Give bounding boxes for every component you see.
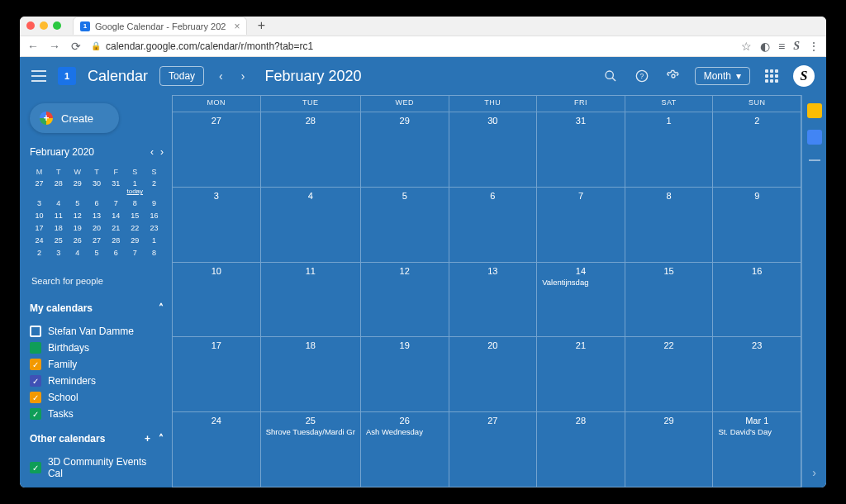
collapse-icon[interactable]: ˄ <box>159 433 164 445</box>
mini-day-cell[interactable]: 6 <box>87 198 106 208</box>
day-cell[interactable]: 7 <box>537 188 625 263</box>
mini-day-cell[interactable]: 27 <box>87 235 106 245</box>
help-icon[interactable]: ? <box>632 66 652 86</box>
view-selector[interactable]: Month ▾ <box>695 67 750 85</box>
calendar-item[interactable]: Birthdays <box>30 342 164 354</box>
mini-day-cell[interactable]: 25 <box>49 235 68 245</box>
calendar-checkbox[interactable]: ✓ <box>30 359 41 370</box>
new-tab-button[interactable]: + <box>252 17 270 35</box>
search-icon[interactable] <box>601 66 620 86</box>
extension-icon-2[interactable]: ≡ <box>778 40 785 53</box>
day-cell[interactable]: 12 <box>361 263 449 338</box>
close-tab-icon[interactable]: × <box>234 21 240 32</box>
keep-icon[interactable] <box>807 103 822 118</box>
mini-day-cell[interactable]: 17 <box>30 223 49 233</box>
mini-day-cell[interactable]: 5 <box>87 248 106 258</box>
mini-day-cell[interactable]: 6 <box>107 248 126 258</box>
mini-day-cell[interactable]: 23 <box>145 223 164 233</box>
mini-day-cell[interactable]: 31 <box>107 178 126 196</box>
mini-prev-icon[interactable]: ‹ <box>150 146 154 158</box>
minimize-window-dot[interactable] <box>40 21 48 30</box>
browser-tab[interactable]: 1 Google Calendar - February 202 × <box>73 17 247 35</box>
mini-day-cell[interactable]: 29 <box>68 178 87 196</box>
address-bar[interactable]: 🔒 calendar.google.com/calendar/r/month?t… <box>91 40 733 52</box>
main-menu-icon[interactable] <box>31 70 46 82</box>
mini-day-cell[interactable]: 5 <box>68 198 87 208</box>
mini-day-cell[interactable]: 8 <box>145 248 164 258</box>
mini-day-cell[interactable]: 1 <box>145 235 164 245</box>
mini-day-cell[interactable]: 7 <box>107 198 126 208</box>
calendar-item[interactable]: ✓3D Community Events Cal <box>30 456 164 479</box>
prev-period-button[interactable]: ‹ <box>216 68 226 84</box>
mini-day-cell[interactable]: 21 <box>107 223 126 233</box>
mini-day-cell[interactable]: 15 <box>126 211 145 221</box>
extension-icon-s[interactable]: S <box>793 40 800 53</box>
forward-button[interactable]: → <box>48 40 61 53</box>
mini-day-cell[interactable]: 10 <box>30 211 49 221</box>
day-cell[interactable]: 17 <box>173 337 261 412</box>
calendar-checkbox[interactable] <box>30 342 41 354</box>
day-cell[interactable]: 2 <box>713 112 801 188</box>
mini-day-cell[interactable]: 2 <box>145 178 164 196</box>
day-cell[interactable]: 14Valentijnsdag <box>537 263 625 338</box>
mini-day-cell[interactable]: 3 <box>49 248 68 258</box>
day-cell[interactable]: 25Shrove Tuesday/Mardi Gr <box>261 412 361 487</box>
day-cell[interactable]: 31 <box>537 112 625 188</box>
mini-day-cell[interactable]: 18 <box>49 223 68 233</box>
day-cell[interactable]: 11 <box>261 263 361 338</box>
mini-day-cell[interactable]: 4 <box>49 198 68 208</box>
day-cell[interactable]: 29 <box>361 112 449 188</box>
day-cell[interactable]: 13 <box>449 263 538 338</box>
window-controls[interactable] <box>26 21 61 30</box>
day-cell[interactable]: 19 <box>361 337 449 412</box>
event-chip[interactable]: Shrove Tuesday/Mardi Gr <box>266 427 355 436</box>
mini-day-cell[interactable]: 30 <box>87 178 106 196</box>
day-cell[interactable]: 3 <box>173 188 261 263</box>
day-cell[interactable]: 21 <box>537 337 625 412</box>
day-cell[interactable]: 28 <box>537 412 625 487</box>
event-chip[interactable]: Ash Wednesday <box>366 427 444 436</box>
mini-day-cell[interactable]: 4 <box>68 248 87 258</box>
mini-day-cell[interactable]: 29 <box>126 235 145 245</box>
bookmark-star-icon[interactable]: ☆ <box>741 40 752 53</box>
day-cell[interactable]: 22 <box>625 337 714 412</box>
day-cell[interactable]: 28 <box>261 112 361 188</box>
day-cell[interactable]: 30 <box>449 112 538 188</box>
day-cell[interactable]: 15 <box>625 263 714 338</box>
day-cell[interactable]: 20 <box>449 337 538 412</box>
google-apps-icon[interactable] <box>762 66 782 86</box>
calendar-item[interactable]: Stefan Van Damme <box>30 326 164 337</box>
mini-day-cell[interactable]: 11 <box>49 211 68 221</box>
mini-day-cell[interactable]: 1today <box>126 178 145 196</box>
mini-day-cell[interactable]: 20 <box>87 223 106 233</box>
day-cell[interactable]: Mar 1St. David's Day <box>713 412 801 487</box>
mini-day-cell[interactable]: 13 <box>87 211 106 221</box>
mini-day-cell[interactable]: 12 <box>68 211 87 221</box>
calendar-item[interactable]: ✓Tasks <box>30 408 164 420</box>
calendar-checkbox[interactable]: ✓ <box>30 462 41 473</box>
day-cell[interactable]: 10 <box>173 263 261 338</box>
settings-gear-icon[interactable] <box>663 66 683 86</box>
calendar-item[interactable]: ✓Family <box>30 359 164 370</box>
day-cell[interactable]: 8 <box>625 188 714 263</box>
mini-day-cell[interactable]: 14 <box>107 211 126 221</box>
next-period-button[interactable]: › <box>238 68 249 84</box>
show-side-panel-icon[interactable]: › <box>812 466 816 479</box>
mini-day-cell[interactable]: 7 <box>126 248 145 258</box>
collapse-icon[interactable]: ˄ <box>159 302 164 314</box>
zoom-window-dot[interactable] <box>53 21 61 30</box>
today-button[interactable]: Today <box>159 66 204 86</box>
day-cell[interactable]: 26Ash Wednesday <box>361 412 449 487</box>
mini-day-cell[interactable]: 26 <box>68 235 87 245</box>
mini-day-cell[interactable]: 24 <box>30 235 49 245</box>
day-cell[interactable]: 5 <box>361 188 449 263</box>
calendar-item[interactable]: ✓School <box>30 392 164 403</box>
mini-day-cell[interactable]: 19 <box>68 223 87 233</box>
mini-day-cell[interactable]: 9 <box>145 198 164 208</box>
calendar-checkbox[interactable]: ✓ <box>30 408 41 420</box>
mini-next-icon[interactable]: › <box>160 146 164 158</box>
search-people-input[interactable]: Search for people <box>30 273 164 289</box>
mini-day-cell[interactable]: 8 <box>126 198 145 208</box>
day-cell[interactable]: 29 <box>625 412 714 487</box>
mini-day-cell[interactable]: 3 <box>30 198 49 208</box>
